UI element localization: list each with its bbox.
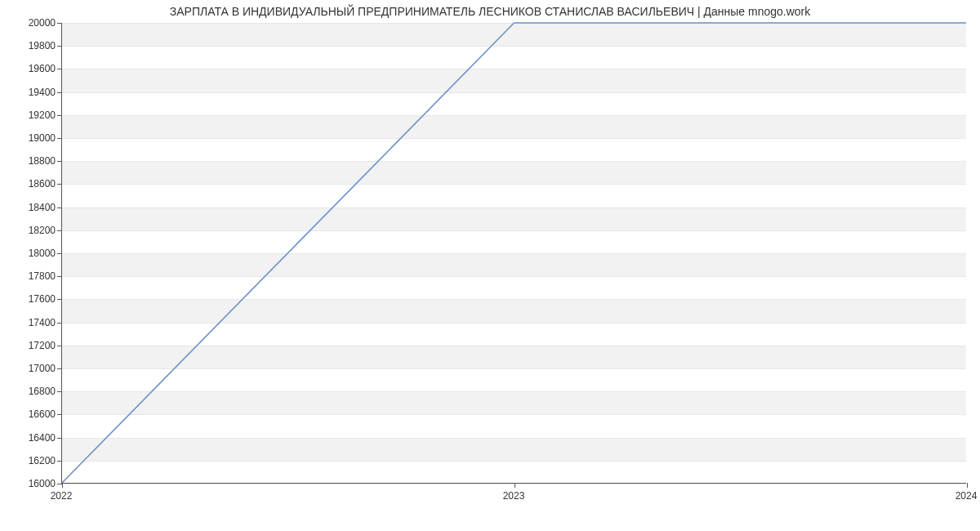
- y-tick: [57, 461, 62, 462]
- y-tick: [57, 46, 62, 47]
- y-tick: [57, 276, 62, 277]
- y-tick: [57, 92, 62, 93]
- y-axis-label: 16200: [7, 456, 56, 466]
- y-axis-label: 17400: [7, 318, 56, 328]
- x-axis-label: 2022: [51, 490, 73, 502]
- x-axis-label: 2023: [503, 490, 525, 502]
- y-axis-label: 16000: [7, 479, 56, 489]
- x-tick: [514, 483, 515, 488]
- y-axis-label: 18400: [7, 203, 56, 212]
- y-axis-label: 17000: [7, 364, 56, 373]
- y-axis-label: 19200: [7, 110, 56, 120]
- salary-chart: ЗАРПЛАТА В ИНДИВИДУАЛЬНЫЙ ПРЕДПРИНИМАТЕЛ…: [0, 0, 980, 531]
- x-tick: [967, 483, 968, 488]
- y-axis-label: 18600: [7, 179, 56, 189]
- y-axis-label: 16600: [7, 409, 56, 419]
- plot-area: [61, 23, 966, 484]
- y-tick: [57, 115, 62, 116]
- chart-title: ЗАРПЛАТА В ИНДИВИДУАЛЬНЫЙ ПРЕДПРИНИМАТЕЛ…: [0, 5, 980, 18]
- x-axis-label: 2024: [956, 490, 978, 502]
- y-tick: [57, 230, 62, 231]
- y-tick: [57, 391, 62, 392]
- y-tick: [57, 207, 62, 208]
- y-tick: [57, 414, 62, 415]
- y-tick: [57, 299, 62, 300]
- y-axis-label: 18800: [7, 156, 56, 166]
- y-axis-label: 17200: [7, 341, 56, 350]
- y-axis-label: 16400: [7, 433, 56, 443]
- y-axis-label: 18200: [7, 225, 56, 235]
- y-tick: [57, 368, 62, 369]
- x-tick: [62, 483, 63, 488]
- y-axis-label: 18000: [7, 248, 56, 258]
- y-tick: [57, 346, 62, 346]
- y-tick: [57, 23, 62, 24]
- y-axis-label: 20000: [7, 18, 56, 28]
- y-axis-label: 17600: [7, 294, 56, 304]
- y-tick: [57, 138, 62, 139]
- y-axis-label: 19400: [7, 87, 56, 97]
- line-series: [62, 23, 966, 483]
- y-tick: [57, 161, 62, 162]
- y-tick: [57, 438, 62, 439]
- y-tick: [57, 253, 62, 254]
- y-axis-label: 19600: [7, 64, 56, 74]
- y-axis-label: 16800: [7, 386, 56, 396]
- y-axis-label: 19000: [7, 133, 56, 143]
- y-axis-label: 19800: [7, 41, 56, 51]
- y-axis-label: 17800: [7, 271, 56, 281]
- y-tick: [57, 323, 62, 324]
- y-tick: [57, 69, 62, 69]
- y-tick: [57, 184, 62, 185]
